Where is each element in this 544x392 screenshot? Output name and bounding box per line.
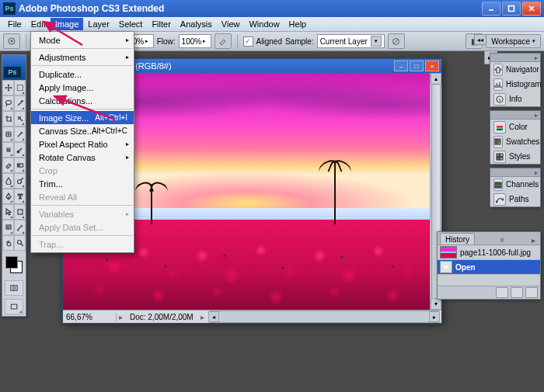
menu-image-size[interactable]: Image Size...Alt+Ctrl+I: [31, 111, 134, 124]
brush-tool[interactable]: [14, 127, 26, 142]
ignore-adjustment-icon[interactable]: [388, 33, 405, 49]
sample-dropdown[interactable]: Current Layer▾: [317, 34, 385, 48]
history-step[interactable]: Open: [438, 260, 540, 275]
doc-maximize-button[interactable]: □: [410, 61, 424, 71]
eyedropper-tool[interactable]: [14, 220, 26, 235]
notes-tool[interactable]: [2, 220, 14, 235]
channels-icon: [493, 179, 503, 191]
doc-minimize-button[interactable]: –: [394, 61, 408, 71]
history-snapshot-icon[interactable]: [511, 287, 523, 298]
menu-apply-image[interactable]: Apply Image...: [31, 81, 134, 94]
panel-menu-icon[interactable]: ▸: [532, 169, 540, 176]
scroll-left-icon[interactable]: ◂: [208, 311, 219, 322]
eraser-tool[interactable]: [2, 158, 14, 173]
status-bar: 66,67% ▸ Doc: 2,00M/2,00M ▸ ◂ ▸: [63, 310, 441, 323]
panel-stack: ▸ Navigator Histogram Info ▸ Color Swatc…: [490, 53, 541, 210]
menu-adjustments[interactable]: Adjustments▸: [31, 50, 134, 64]
menu-canvas-size[interactable]: Canvas Size...Alt+Ctrl+C: [31, 124, 134, 137]
history-source[interactable]: page11-1006-full.jpg: [438, 245, 540, 260]
image-menu-dropdown: Mode▸ Adjustments▸ Duplicate... Apply Im…: [30, 31, 134, 253]
swatches-icon: [493, 136, 503, 148]
menu-layer[interactable]: Layer: [83, 18, 114, 30]
doc-close-button[interactable]: ×: [425, 61, 439, 71]
panel-group-1: ▸ Navigator Histogram Info: [490, 53, 541, 107]
panel-histogram[interactable]: Histogram: [490, 77, 540, 92]
lasso-tool[interactable]: [2, 95, 14, 111]
menu-filter[interactable]: Filter: [147, 18, 175, 30]
stamp-tool[interactable]: [2, 142, 14, 158]
gradient-tool[interactable]: [14, 158, 26, 173]
flow-field[interactable]: 100%▸: [179, 34, 211, 48]
blur-tool[interactable]: [2, 173, 14, 189]
horizontal-scrollbar[interactable]: ◂ ▸: [208, 310, 440, 323]
pen-tool[interactable]: [2, 189, 14, 204]
crop-tool[interactable]: [2, 111, 14, 127]
panel-menu-icon[interactable]: ▸: [532, 112, 540, 119]
zoom-level[interactable]: 66,67%: [63, 313, 117, 321]
menu-pixel-aspect[interactable]: Pixel Aspect Ratio▸: [31, 137, 134, 151]
menu-duplicate[interactable]: Duplicate...: [31, 68, 134, 81]
wand-tool[interactable]: [14, 95, 26, 111]
slice-tool[interactable]: [14, 111, 26, 127]
history-tab[interactable]: History: [440, 233, 475, 245]
menu-mode[interactable]: Mode▸: [31, 33, 134, 47]
menu-edit[interactable]: Edit: [26, 18, 51, 30]
panel-channels[interactable]: Channels: [490, 177, 540, 192]
panel-styles[interactable]: Styles: [490, 149, 540, 164]
scroll-down-icon[interactable]: ▾: [431, 298, 441, 310]
move-tool[interactable]: [2, 80, 14, 95]
history-brush-tool[interactable]: [14, 142, 26, 158]
window-maximize-button[interactable]: [502, 2, 521, 16]
type-tool[interactable]: T: [14, 189, 26, 204]
panel-toggle-icon[interactable]: ◂◂: [474, 34, 486, 45]
shape-tool[interactable]: [14, 204, 26, 220]
history-footer: [438, 286, 540, 299]
menu-analysis[interactable]: Analysis: [176, 18, 217, 30]
menu-help[interactable]: Help: [284, 18, 312, 30]
menu-select[interactable]: Select: [114, 18, 148, 30]
scroll-up-icon[interactable]: ▴: [431, 73, 441, 85]
tool-preset-icon[interactable]: [3, 33, 20, 49]
history-delete-icon[interactable]: [525, 287, 538, 298]
foreground-color[interactable]: [5, 256, 18, 269]
history-menu-icon[interactable]: ▸: [529, 236, 538, 245]
menu-trap: Trap...: [31, 238, 134, 251]
window-minimize-button[interactable]: [482, 2, 500, 16]
quickmask-toggle[interactable]: [5, 280, 23, 296]
toolbox-grip[interactable]: [2, 55, 26, 64]
toolbox-header: Ps: [2, 64, 26, 80]
history-step-label: Open: [455, 263, 476, 272]
panel-info[interactable]: Info: [490, 92, 540, 106]
svg-rect-17: [18, 210, 23, 214]
panel-navigator[interactable]: Navigator: [490, 62, 540, 77]
menu-calculations[interactable]: Calculations...: [31, 94, 134, 107]
heal-tool[interactable]: [2, 127, 14, 142]
color-swatch[interactable]: [2, 251, 26, 279]
zoom-tool[interactable]: [14, 235, 26, 251]
airbrush-icon[interactable]: [214, 33, 232, 49]
paths-icon: [493, 193, 506, 206]
screen-mode-toggle[interactable]: [5, 299, 23, 314]
dodge-tool[interactable]: [14, 173, 26, 189]
menu-file[interactable]: File: [3, 18, 26, 30]
history-close-icon[interactable]: ×: [497, 236, 507, 245]
panel-paths[interactable]: Paths: [490, 192, 540, 206]
menu-view[interactable]: View: [217, 18, 245, 30]
panel-color[interactable]: Color: [490, 120, 540, 134]
hand-tool[interactable]: [2, 235, 14, 251]
path-select-tool[interactable]: [2, 204, 14, 220]
panel-menu-icon[interactable]: ▸: [532, 54, 540, 61]
scroll-right-icon[interactable]: ▸: [429, 311, 440, 322]
menu-window[interactable]: Window: [244, 18, 284, 30]
aligned-checkbox[interactable]: ✓: [243, 36, 253, 47]
workspace-button[interactable]: Workspace▾: [486, 34, 541, 48]
window-close-button[interactable]: [522, 2, 541, 16]
menu-rotate-canvas[interactable]: Rotate Canvas▸: [31, 151, 134, 164]
svg-rect-27: [497, 127, 503, 129]
menu-image[interactable]: Image: [51, 18, 84, 30]
svg-point-40: [496, 201, 497, 203]
marquee-tool[interactable]: [14, 80, 26, 95]
menu-trim[interactable]: Trim...: [31, 177, 134, 190]
history-new-doc-icon[interactable]: [496, 287, 508, 298]
panel-swatches[interactable]: Swatches: [490, 134, 540, 149]
